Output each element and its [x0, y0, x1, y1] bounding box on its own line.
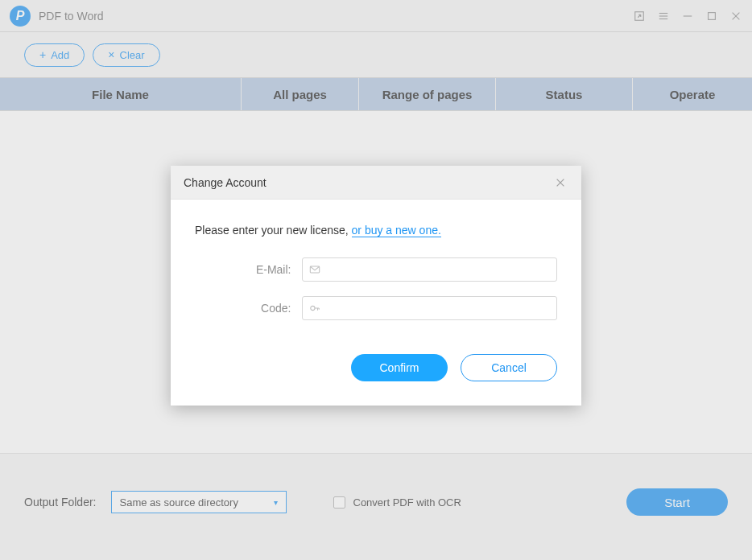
code-row: Code: [195, 296, 557, 320]
email-row: E-Mail: [195, 257, 557, 282]
change-account-modal: Change Account Please enter your new lic… [171, 166, 581, 406]
key-icon [308, 302, 321, 315]
modal-overlay: Change Account Please enter your new lic… [0, 0, 752, 560]
license-prefix: Please enter your new license, [195, 224, 352, 237]
code-field[interactable] [302, 296, 557, 320]
buy-license-link[interactable]: or buy a new one. [352, 224, 441, 237]
code-label: Code: [195, 302, 291, 315]
modal-title: Change Account [184, 176, 267, 189]
svg-point-11 [311, 306, 315, 310]
code-input-wrap [302, 296, 557, 320]
email-input-wrap [302, 257, 557, 282]
email-field[interactable] [302, 257, 557, 282]
modal-body: Please enter your new license, or buy a … [171, 200, 581, 406]
license-text: Please enter your new license, or buy a … [195, 224, 557, 237]
mail-icon [308, 263, 321, 276]
modal-actions: Confirm Cancel [195, 335, 557, 389]
modal-close-icon[interactable] [552, 175, 568, 191]
confirm-button[interactable]: Confirm [351, 354, 448, 381]
modal-header: Change Account [171, 166, 581, 200]
cancel-button[interactable]: Cancel [461, 354, 557, 381]
email-label: E-Mail: [195, 263, 291, 276]
